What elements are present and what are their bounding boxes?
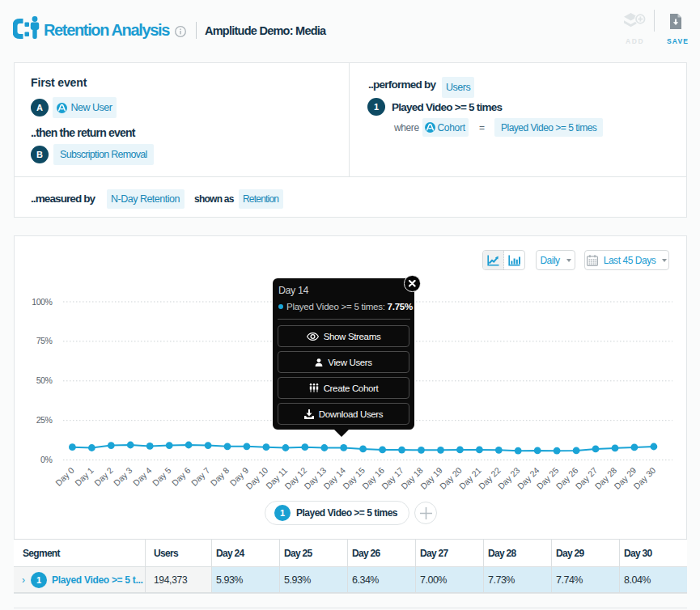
svg-text:Day 8: Day 8 bbox=[209, 465, 231, 488]
svg-text:Day 0: Day 0 bbox=[53, 465, 76, 488]
svg-text:Day 2: Day 2 bbox=[92, 465, 115, 488]
svg-text:Day 4: Day 4 bbox=[131, 465, 154, 488]
svg-text:75%: 75% bbox=[36, 336, 53, 345]
svg-text:0%: 0% bbox=[40, 455, 52, 464]
svg-text:Day 30: Day 30 bbox=[631, 465, 657, 491]
svg-text:Day 3: Day 3 bbox=[112, 465, 134, 488]
svg-text:Day 10: Day 10 bbox=[244, 465, 269, 491]
svg-text:Day 5: Day 5 bbox=[151, 465, 173, 488]
svg-text:Day 1: Day 1 bbox=[73, 465, 95, 488]
svg-text:25%: 25% bbox=[36, 415, 53, 425]
svg-text:100%: 100% bbox=[32, 297, 52, 307]
svg-text:50%: 50% bbox=[36, 375, 53, 385]
svg-text:Day 6: Day 6 bbox=[170, 465, 193, 488]
svg-text:Day 7: Day 7 bbox=[189, 465, 212, 488]
